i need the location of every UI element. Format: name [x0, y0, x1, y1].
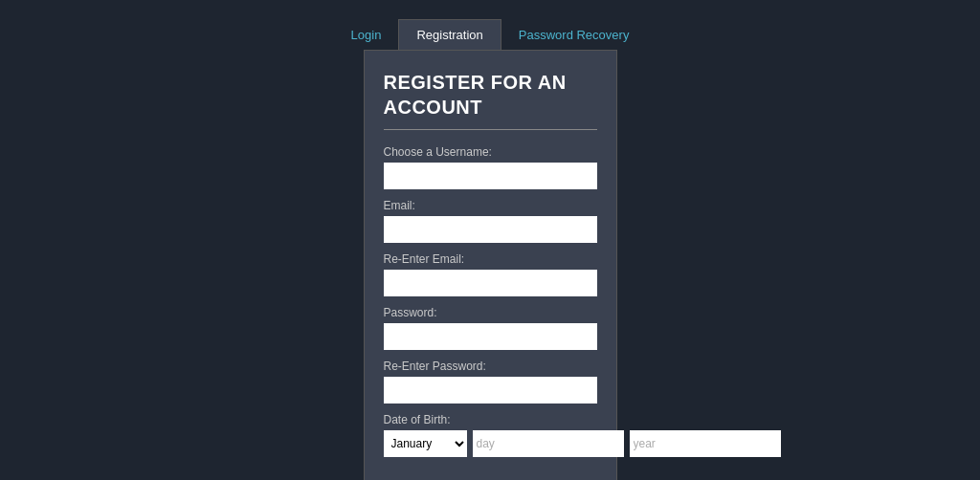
dob-group: Date of Birth: January February March Ap… [384, 413, 597, 457]
dob-row: January February March April May June Ju… [384, 430, 597, 457]
username-group: Choose a Username: [384, 145, 597, 189]
re-enter-email-group: Re-Enter Email: [384, 252, 597, 296]
email-input[interactable] [384, 216, 597, 243]
dob-day-input[interactable] [473, 430, 624, 457]
re-enter-email-input[interactable] [384, 270, 597, 296]
tab-registration[interactable]: Registration [398, 19, 501, 50]
registration-card: REGISTER FOR AN ACCOUNT Choose a Usernam… [364, 50, 617, 480]
password-input[interactable] [384, 323, 597, 350]
re-enter-password-group: Re-Enter Password: [384, 360, 597, 404]
tab-bar: Login Registration Password Recovery [334, 19, 647, 50]
re-enter-email-label: Re-Enter Email: [384, 252, 597, 266]
tab-login[interactable]: Login [334, 20, 399, 50]
tab-password-recovery[interactable]: Password Recovery [501, 20, 647, 50]
dob-year-input[interactable] [630, 430, 781, 457]
page-wrapper: Login Registration Password Recovery REG… [0, 0, 980, 480]
form-title: REGISTER FOR AN ACCOUNT [384, 70, 597, 130]
username-input[interactable] [384, 163, 597, 189]
email-group: Email: [384, 199, 597, 243]
email-label: Email: [384, 199, 597, 212]
password-label: Password: [384, 306, 597, 319]
dob-label: Date of Birth: [384, 413, 597, 426]
re-enter-password-label: Re-Enter Password: [384, 360, 597, 373]
username-label: Choose a Username: [384, 145, 597, 159]
re-enter-password-input[interactable] [384, 377, 597, 404]
password-group: Password: [384, 306, 597, 350]
dob-month-select[interactable]: January February March April May June Ju… [384, 430, 467, 457]
